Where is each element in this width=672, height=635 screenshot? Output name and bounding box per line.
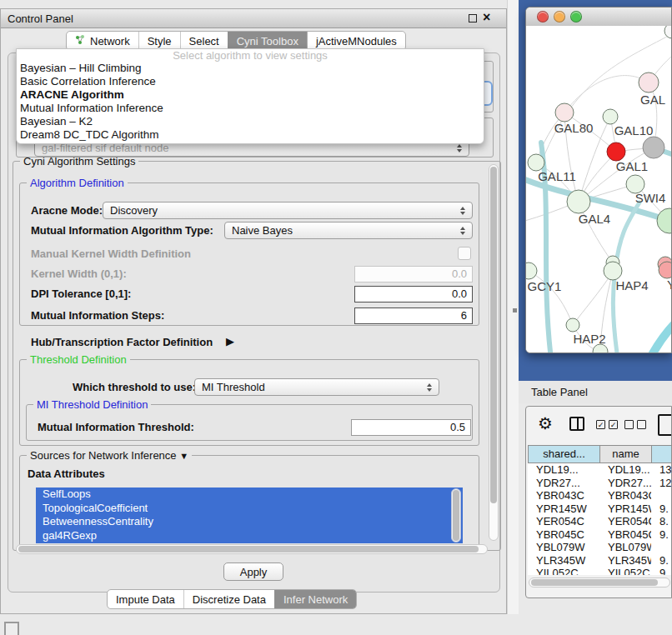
table-row[interactable]: YBR043CYBR043C — [528, 489, 672, 502]
aracne-mode-combo[interactable]: Discovery — [103, 202, 473, 219]
attribute-item[interactable]: TopologicalCoefficient — [36, 502, 463, 516]
kernel-width-field[interactable]: 0.0 — [354, 266, 473, 282]
network-edge[interactable] — [564, 76, 649, 112]
network-node[interactable] — [555, 103, 574, 122]
attribute-item[interactable]: BetweennessCentrality — [36, 515, 463, 529]
table-cell: YBL079W — [528, 541, 599, 554]
network-node[interactable] — [643, 137, 664, 158]
cyni-bottom-tabs: Impute DataDiscretize DataInfer Network — [107, 589, 357, 609]
table-hscroll-thumb[interactable] — [531, 579, 658, 586]
node-label: Y — [667, 278, 672, 292]
collapse-down-icon[interactable]: ▼ — [179, 451, 188, 461]
node-label: SWI4 — [635, 191, 666, 205]
column-header[interactable]: name — [600, 446, 652, 462]
expand-right-icon[interactable]: ▶ — [226, 335, 234, 348]
attribute-item[interactable]: gal4RGexp — [36, 529, 463, 543]
export-table-icon[interactable] — [658, 414, 672, 436]
node-label: HAP4 — [615, 278, 648, 292]
tab-style[interactable]: Style — [138, 32, 180, 50]
network-node[interactable] — [607, 142, 625, 161]
tab-network[interactable]: Network — [67, 32, 138, 50]
collapsed-panel-icon[interactable] — [4, 622, 19, 635]
dropdown-item[interactable]: ARACNE Algorithm — [17, 88, 484, 102]
tab-infer-network[interactable]: Infer Network — [274, 590, 356, 608]
close-icon[interactable]: × — [483, 10, 490, 25]
network-node[interactable] — [567, 190, 590, 213]
node-label: HAP2 — [573, 332, 605, 346]
network-node[interactable] — [528, 154, 544, 171]
hide-columns-icon[interactable] — [624, 420, 646, 429]
attributes-scrollbar-thumb[interactable] — [453, 490, 459, 541]
table-cell: YDL19... — [528, 463, 599, 477]
table-row[interactable]: YER054CYER054C8. — [528, 515, 672, 528]
dropdown-item[interactable]: Basic Correlation Inference — [17, 75, 484, 88]
table-row[interactable]: YBR045CYBR045C9. — [528, 528, 672, 542]
close-traffic-light-icon[interactable] — [537, 11, 549, 22]
table-row[interactable]: YLR345WYLR345W9. — [528, 554, 672, 568]
column-header[interactable]: shared... — [529, 446, 600, 462]
network-node[interactable] — [526, 262, 537, 279]
dpi-tolerance-field[interactable]: 0.0 — [354, 286, 473, 302]
network-node[interactable] — [639, 72, 659, 92]
table-cell — [651, 541, 672, 554]
manual-kernel-checkbox[interactable] — [458, 247, 471, 260]
dropdown-item[interactable]: Bayesian – K2 — [17, 115, 484, 128]
network-node[interactable] — [604, 262, 622, 280]
table-cell: YER054C — [599, 515, 651, 528]
network-node[interactable] — [566, 318, 579, 332]
app-root: Control Panel × NetworkStyleSelectCyni T… — [0, 0, 672, 635]
which-threshold-label: Which threshold to use: — [73, 381, 196, 393]
tab-label: Style — [148, 35, 172, 48]
network-icon — [75, 34, 86, 48]
table-panel-window: ⚙ ✓✓ shared...name YDL19...YDL19...13YDR… — [525, 406, 672, 598]
apply-button[interactable]: Apply — [223, 562, 283, 581]
table-horizontal-scrollbar[interactable] — [529, 578, 670, 588]
tab-discretize-data[interactable]: Discretize Data — [183, 590, 274, 608]
dropdown-item[interactable]: Mutual Information Inference — [17, 102, 484, 115]
dpi-tolerance-label: DPI Tolerance [0,1]: — [31, 288, 131, 300]
network-node[interactable] — [664, 26, 672, 38]
split-columns-icon[interactable] — [569, 417, 584, 431]
node-label: GAL11 — [538, 169, 576, 183]
table-row[interactable]: YDR27...YDR27...12 — [528, 477, 672, 490]
data-attributes-list[interactable]: SelfLoopsTopologicalCoefficientBetweenne… — [36, 488, 463, 543]
table-row[interactable]: YBL079WYBL079W — [528, 541, 672, 554]
float-window-icon[interactable] — [469, 14, 477, 22]
settings-hscroll-thumb[interactable] — [18, 546, 479, 552]
tab-label: jActiveMNodules — [316, 35, 397, 48]
mi-type-value: Naive Bayes — [232, 224, 455, 237]
attribute-item[interactable]: SelfLoops — [36, 488, 463, 502]
table-row[interactable]: YPR145WYPR145W9. — [528, 502, 672, 516]
mi-threshold-field[interactable]: 0.5 — [351, 419, 471, 436]
network-canvas[interactable]: GALGAL80GAL10GAL1GAL11GAL4SWI4GCY1HAP4YH… — [526, 26, 672, 353]
algorithm-definition-title: Algorithm Definition — [27, 177, 128, 189]
tab-jactivemnodules[interactable]: jActiveMNodules — [307, 32, 405, 50]
tab-cyni-toolbox[interactable]: Cyni Toolbox — [228, 32, 307, 50]
network-node[interactable] — [659, 262, 672, 278]
table-cell: YPR145W — [528, 502, 599, 516]
show-checked-columns-icon[interactable]: ✓✓ — [596, 420, 618, 429]
mi-type-combo[interactable]: Naive Bayes — [224, 222, 473, 239]
network-node[interactable] — [603, 109, 618, 124]
column-header[interactable] — [652, 446, 672, 462]
network-edge[interactable] — [649, 318, 672, 353]
mi-steps-field[interactable]: 6 — [354, 308, 473, 324]
network-node[interactable] — [657, 208, 672, 233]
gear-icon[interactable]: ⚙ — [538, 413, 553, 433]
dropdown-item[interactable]: Bayesian – Hill Climbing — [17, 62, 484, 75]
tab-select[interactable]: Select — [180, 32, 228, 50]
which-threshold-combo[interactable]: MI Threshold — [194, 378, 439, 396]
settings-vertical-scrollbar[interactable] — [489, 164, 499, 541]
divider-grip-icon[interactable] — [513, 308, 517, 312]
zoom-traffic-light-icon[interactable] — [570, 11, 582, 22]
table-row[interactable]: YIL052CYIL052C9 — [528, 567, 672, 575]
node-label: GAL80 — [554, 121, 594, 135]
tab-impute-data[interactable]: Impute Data — [108, 590, 183, 608]
minimize-traffic-light-icon[interactable] — [554, 11, 565, 22]
settings-horizontal-scrollbar[interactable] — [16, 544, 488, 554]
settings-vscroll-thumb[interactable] — [490, 167, 497, 503]
attributes-list-scrollbar[interactable] — [451, 488, 461, 542]
split-pane-divider[interactable] — [507, 0, 519, 614]
dropdown-item[interactable]: Dream8 DC_TDC Algorithm — [17, 128, 484, 142]
table-row[interactable]: YDL19...YDL19...13 — [528, 463, 672, 477]
